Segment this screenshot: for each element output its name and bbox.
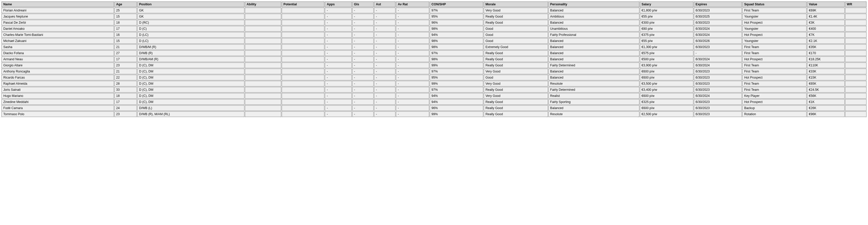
col-header-personality[interactable]: Personality [549,2,639,7]
col-header-potential[interactable]: Potential [282,2,324,7]
table-row[interactable]: Diacko Fofana27D/WB (R)----97%Really Goo… [2,50,866,56]
cell-expires: 6/30/2023 [694,75,742,80]
table-row[interactable]: Raphael Almeida28D (C), DM----99%Very Go… [2,81,866,86]
cell-value: €1.4K [807,14,845,19]
cell-squad: Backup [742,105,807,111]
table-row[interactable]: Ricardo Farcas22D (C), DM----95%GoodBala… [2,75,866,80]
cell-squad: Hot Prospect [742,32,807,38]
cell-wr [845,81,866,86]
table-header-row: NameAgePositionAbilityPotentialAppsGlsAs… [2,2,866,7]
col-header-ast[interactable]: Ast [374,2,396,7]
table-row[interactable]: Zinedine Meddahi17D (C), DM----94%Really… [2,99,866,105]
cell-potential [282,111,324,117]
col-header-con[interactable]: CON/SHP [430,2,483,7]
cell-position: GK [137,8,244,13]
col-header-avrat[interactable]: Av Rat [396,2,429,7]
cell-avrat: - [396,62,429,68]
table-row[interactable]: Charles-Marie Tomi-Bastiani16D (LC)----9… [2,32,866,38]
col-header-salary[interactable]: Salary [640,2,693,7]
cell-position: D (C), DM [137,75,244,80]
table-row[interactable]: Armand Neau17D/WB/AM (R)----98%Really Go… [2,56,866,62]
table-row[interactable]: Jacques Neptune15GK----95%Really GoodAmb… [2,14,866,19]
col-header-apps[interactable]: Apps [325,2,351,7]
cell-age: 28 [115,81,137,86]
cell-ast: - [374,81,396,86]
cell-ast: - [374,68,396,74]
cell-gls: - [352,56,374,62]
cell-name: Raphael Almeida [2,81,114,86]
cell-position: D/WB (R), M/AM (RL) [137,111,244,117]
cell-gls: - [352,8,374,13]
cell-potential [282,14,324,19]
cell-apps: - [325,56,351,62]
cell-ast: - [374,14,396,19]
col-header-ability[interactable]: Ability [245,2,281,7]
cell-con: 98% [430,56,483,62]
cell-apps: - [325,75,351,80]
col-header-morale[interactable]: Morale [484,2,548,7]
cell-value: €110K [807,62,845,68]
cell-ability [245,111,281,117]
col-header-expires[interactable]: Expires [694,2,742,7]
cell-avrat: - [396,111,429,117]
cell-age: 15 [115,14,137,19]
col-header-wr[interactable]: WR [845,2,866,7]
cell-wr [845,111,866,117]
cell-wr [845,38,866,44]
col-header-gls[interactable]: Gls [352,2,374,7]
cell-value: €170 [807,50,845,56]
cell-gls: - [352,14,374,19]
table-row[interactable]: Pascal De Zerbi18D (RC)----96%Really Goo… [2,20,866,25]
table-row[interactable]: Michael Zakuani15D (LC)----98%GoodBalanc… [2,38,866,44]
cell-age: 16 [115,32,137,38]
cell-apps: - [325,93,351,99]
table-row[interactable]: Anthony Roncaglia21D (C), DM----97%Very … [2,68,866,74]
cell-wr [845,56,866,62]
cell-avrat: - [396,68,429,74]
cell-position: D (C), DM [137,93,244,99]
table-row[interactable]: Daniel Amoako17D (C)----98%GoodUnambitio… [2,26,866,31]
table-row[interactable]: Joris Sainati33D (C), DM----97%Really Go… [2,87,866,92]
col-header-age[interactable]: Age [115,2,137,7]
cell-con: 98% [430,44,483,50]
cell-apps: - [325,111,351,117]
cell-personality: Balanced [549,68,639,74]
table-row[interactable]: Sasha21D/WB/M (R)----98%Extremely GoodBa… [2,44,866,50]
cell-value: €56K [807,93,845,99]
table-row[interactable]: Fodé Camara24D/WB (L)----96%Really GoodB… [2,105,866,111]
cell-salary: €80 p/w [640,26,693,31]
table-row[interactable]: Hugo Mariano18D (C), DM----94%Very GoodR… [2,93,866,99]
cell-expires: 6/30/2024 [694,32,742,38]
cell-gls: - [352,111,374,117]
col-header-value[interactable]: Value [807,2,845,7]
cell-potential [282,62,324,68]
col-header-position[interactable]: Position [137,2,244,7]
cell-personality: Balanced [549,38,639,44]
cell-ast: - [374,99,396,105]
cell-morale: Good [484,75,548,80]
table-row[interactable]: Giorgio Altare23D (C), DM----99%Really G… [2,62,866,68]
col-header-squad[interactable]: Squad Status [742,2,807,7]
cell-squad: Hot Prospect [742,99,807,105]
cell-apps: - [325,26,351,31]
cell-wr [845,26,866,31]
cell-ast: - [374,87,396,92]
cell-ability [245,38,281,44]
col-header-name[interactable]: Name [2,2,114,7]
cell-apps: - [325,20,351,25]
cell-salary: €375 p/w [640,32,693,38]
cell-wr [845,50,866,56]
cell-ability [245,87,281,92]
cell-expires: 6/30/2024 [694,56,742,62]
cell-salary: €600 p/w [640,105,693,111]
table-row[interactable]: Tommaso Polo23D/WB (R), M/AM (RL)----99%… [2,111,866,117]
cell-potential [282,44,324,50]
cell-morale: Really Good [484,50,548,56]
table-row[interactable]: Florian Andreani25GK----97%Very GoodBala… [2,8,866,13]
cell-morale: Very Good [484,8,548,13]
cell-ast: - [374,8,396,13]
cell-expires: 6/30/2023 [694,8,742,13]
cell-name: Fodé Camara [2,105,114,111]
cell-personality: Balanced [549,50,639,56]
cell-wr [845,8,866,13]
